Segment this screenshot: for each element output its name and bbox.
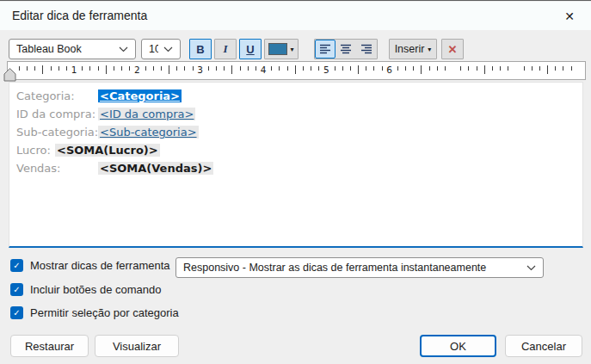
- ruler-number: 2: [134, 65, 140, 75]
- field-chip-id-da-compra[interactable]: <ID da compra>: [98, 108, 195, 120]
- ruler-number: 6: [386, 65, 392, 75]
- tooltip-line-label: Lucro:: [16, 144, 51, 157]
- allow-selection-row: ✓ Permitir seleção por categoria: [10, 306, 179, 319]
- font-size-combobox[interactable]: 10: [141, 39, 181, 59]
- field-chip-categoria[interactable]: <Categoria>: [98, 89, 182, 102]
- font-family-value: Tableau Book: [16, 43, 114, 55]
- tooltip-line: Vendas: <SOMA(Vendas)>: [9, 161, 582, 179]
- ok-button[interactable]: OK: [420, 335, 496, 357]
- close-icon[interactable]: ✕: [557, 5, 582, 28]
- align-center-button[interactable]: [336, 40, 356, 59]
- tooltip-line: Categoria: <Categoria>: [9, 89, 582, 107]
- tooltip-line-label: ID da compra:: [16, 108, 95, 120]
- italic-button[interactable]: I: [214, 39, 237, 59]
- insert-dropdown-button[interactable]: Inserir ▾: [389, 39, 437, 59]
- align-right-button[interactable]: [356, 40, 377, 59]
- align-right-icon: [360, 44, 372, 54]
- checkmark-icon: ✓: [13, 261, 20, 270]
- ruler-number: 1: [71, 65, 77, 75]
- preview-button[interactable]: Visualizar: [95, 335, 179, 357]
- font-color-button[interactable]: ▾: [264, 39, 299, 59]
- ruler-number: 5: [323, 65, 329, 75]
- chevron-down-icon: [526, 265, 536, 271]
- dialog-title: Editar dica de ferramenta: [12, 9, 147, 22]
- font-family-combobox[interactable]: Tableau Book: [9, 39, 136, 59]
- clear-formatting-icon[interactable]: ✕: [441, 39, 464, 59]
- align-center-icon: [340, 44, 352, 54]
- checkmark-icon: ✓: [13, 308, 20, 318]
- restore-button[interactable]: Restaurar: [10, 335, 89, 357]
- allow-selection-label: Permitir seleção por categoria: [30, 306, 179, 319]
- alignment-group: [314, 39, 378, 59]
- checkmark-icon: ✓: [13, 285, 20, 294]
- show-tooltips-label: Mostrar dicas de ferramenta: [30, 259, 170, 272]
- tooltip-line-label: Vendas:: [16, 162, 61, 175]
- tooltip-line: ID da compra: <ID da compra>: [9, 107, 582, 125]
- tooltip-line: Lucro: <SOMA(Lucro)>: [9, 143, 582, 161]
- field-chip-soma-lucro[interactable]: <SOMA(Lucro)>: [55, 144, 160, 157]
- allow-selection-checkbox[interactable]: ✓: [10, 306, 23, 319]
- bold-button[interactable]: B: [189, 39, 212, 59]
- underline-button[interactable]: U: [239, 39, 262, 59]
- format-toolbar: Tableau Book 10 B I U ▾: [0, 39, 591, 59]
- font-color-swatch-icon: [268, 43, 287, 55]
- font-size-value: 10: [149, 43, 158, 55]
- chevron-down-icon: [119, 46, 128, 52]
- field-chip-sub-categoria[interactable]: <Sub-categoria>: [98, 126, 199, 139]
- align-left-icon: [319, 44, 331, 54]
- tooltip-line-label: Sub-categoria:: [16, 126, 98, 139]
- ruler-number: 4: [261, 65, 267, 75]
- tooltip-behavior-value: Responsivo - Mostrar as dicas de ferrame…: [183, 262, 521, 274]
- ruler: 1 2 3 4 5 6: [7, 61, 586, 80]
- chevron-down-icon: [163, 46, 173, 52]
- tooltip-line-label: Categoria:: [16, 89, 75, 102]
- dropdown-arrow-icon: ▾: [428, 46, 431, 53]
- align-left-button[interactable]: [315, 40, 336, 59]
- include-command-buttons-row: ✓ Incluir botões de comando: [10, 283, 161, 296]
- tooltip-text-editor[interactable]: Categoria: <Categoria> ID da compra: <ID…: [9, 82, 583, 248]
- field-chip-soma-vendas[interactable]: <SOMA(Vendas)>: [98, 162, 213, 175]
- titlebar: Editar dica de ferramenta ✕: [0, 2, 591, 30]
- ruler-number: 3: [197, 65, 203, 75]
- include-command-buttons-label: Incluir botões de comando: [30, 283, 161, 296]
- edit-tooltip-dialog: Editar dica de ferramenta ✕ Tableau Book…: [0, 0, 591, 364]
- tooltip-line: Sub-categoria: <Sub-categoria>: [9, 125, 582, 143]
- indent-marker[interactable]: [3, 67, 17, 83]
- dropdown-arrow-icon: ▾: [290, 46, 293, 53]
- tooltip-behavior-combobox[interactable]: Responsivo - Mostrar as dicas de ferrame…: [175, 257, 544, 278]
- cancel-button[interactable]: Cancelar: [505, 335, 582, 357]
- include-command-buttons-checkbox[interactable]: ✓: [10, 283, 23, 296]
- insert-label: Inserir: [395, 43, 425, 55]
- show-tooltips-row: ✓ Mostrar dicas de ferramenta: [10, 259, 170, 272]
- show-tooltips-checkbox[interactable]: ✓: [10, 259, 23, 272]
